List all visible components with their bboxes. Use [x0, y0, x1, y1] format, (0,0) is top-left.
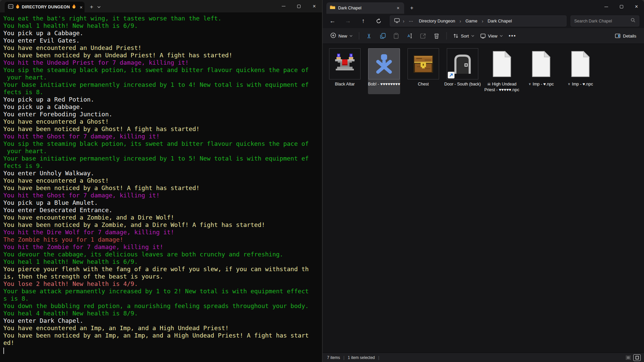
computer-icon: [394, 18, 400, 24]
tab-close-icon[interactable]: ×: [78, 4, 84, 10]
chevron-down-icon[interactable]: [97, 3, 101, 9]
terminal-line: You enter Dark Chapel.: [3, 317, 322, 324]
search-box: [571, 15, 639, 26]
chevron-down-icon: [500, 35, 503, 37]
file-item[interactable]: Black Altar: [329, 48, 361, 94]
terminal-line: You hit the Ghost for 7 damage, killing …: [3, 192, 322, 199]
list-view-toggle[interactable]: [625, 354, 632, 361]
terminal-line: You hit the Dire Wolf for 7 damage, kill…: [3, 229, 322, 236]
file-name-label: ☠ High Undead Priest - ♥♥♥♥♥.npc: [483, 81, 521, 94]
breadcrumb-segment[interactable]: Dark Chapel: [486, 18, 513, 24]
chest-thumbnail: [408, 48, 439, 79]
item-count: 7 items: [327, 355, 340, 360]
text-cursor: [3, 348, 4, 354]
details-button-label: Details: [623, 34, 636, 39]
terminal-output[interactable]: You eat the bat's right wing, it tastes …: [0, 12, 322, 354]
terminal-line: You heal 1 health! New health is 6/9.: [3, 258, 322, 265]
sort-button[interactable]: Sort: [450, 31, 477, 41]
file-name-label: Black Altar: [326, 81, 364, 88]
terminal-window: C:\ DIRECTORY DUNGEON × + × You eat the …: [0, 0, 322, 362]
chest-icon: [412, 54, 434, 74]
folder-icon: [330, 5, 335, 11]
large-icons-view-toggle[interactable]: [633, 354, 641, 361]
cut-button[interactable]: ✂: [363, 30, 376, 42]
delete-button[interactable]: [430, 30, 443, 42]
terminal-line: You hit the Zombie for 7 damage, killing…: [3, 243, 322, 251]
forward-button[interactable]: →: [340, 15, 356, 27]
close-button[interactable]: ×: [629, 0, 644, 13]
list-view-icon: [626, 356, 631, 360]
new-tab-button[interactable]: +: [88, 4, 95, 10]
explorer-navbar: ← → ↑ › ··· Directory Dungeon›Game›Dark …: [323, 14, 644, 28]
new-button-label: New: [338, 34, 347, 39]
flame-icon: [72, 4, 76, 10]
explorer-tab[interactable]: Dark Chapel ×: [326, 2, 404, 14]
statusbar-view-toggles: [625, 354, 641, 361]
file-item[interactable]: ♆ Imp - ♥.npc: [525, 48, 557, 94]
explorer-window-controls: ×: [599, 0, 644, 13]
shortcut-arrow-icon: [448, 72, 454, 78]
minimize-button[interactable]: [599, 0, 614, 13]
terminal-line: s is 8.: [3, 295, 322, 302]
ellipsis-icon: •••: [508, 33, 516, 39]
terminal-line: You heal 1 health! New health is 6/9.: [3, 22, 322, 29]
breadcrumb[interactable]: › ··· Directory Dungeon›Game›Dark Chapel: [390, 15, 567, 26]
up-button[interactable]: ↑: [356, 15, 371, 27]
terminal-line: You pierce your flesh with the fang of a…: [3, 265, 322, 273]
plus-circle-icon: [330, 33, 336, 39]
close-button[interactable]: ×: [307, 0, 322, 12]
tab-close-icon[interactable]: ×: [395, 5, 401, 11]
maximize-button[interactable]: [614, 0, 629, 13]
file-item[interactable]: ☠ High Undead Priest - ♥♥♥♥♥.npc: [486, 48, 518, 94]
magnifier-icon[interactable]: [631, 18, 636, 24]
svg-text:A: A: [407, 34, 410, 38]
rename-button[interactable]: A: [403, 30, 416, 42]
copy-button[interactable]: [376, 30, 389, 42]
more-options-button[interactable]: •••: [506, 30, 519, 42]
terminal-line: ed!: [3, 339, 322, 347]
terminal-line: You have encountered a Ghost!: [3, 118, 322, 125]
file-item[interactable]: Bob! - ♥♥♥♥♥♥♥♥: [368, 48, 400, 94]
selection-count: 1 item selected: [348, 355, 375, 360]
minimize-button[interactable]: [276, 0, 291, 12]
large-icons-view-icon: [635, 356, 639, 360]
maximize-button[interactable]: [291, 0, 307, 12]
file-icon: [491, 51, 513, 77]
details-button[interactable]: Details: [612, 31, 639, 41]
breadcrumb-segment[interactable]: Game: [464, 18, 479, 24]
maximize-icon: [297, 5, 301, 8]
person-thumbnail: [368, 48, 400, 79]
refresh-button[interactable]: [371, 15, 386, 27]
breadcrumb-ellipsis[interactable]: ···: [408, 18, 415, 24]
breadcrumb-segment[interactable]: Directory Dungeon: [418, 18, 457, 24]
share-button[interactable]: [416, 30, 430, 42]
terminal-line: Your base attack permanently increased b…: [3, 288, 322, 295]
door-icon: [452, 53, 473, 75]
explorer-toolbar: New ✂ A Sort View •••: [323, 28, 644, 44]
altar-thumbnail: [329, 48, 361, 79]
terminal-line: The Zombie hits you for 1 damage!: [3, 236, 322, 243]
close-icon: ×: [313, 4, 316, 9]
terminal-tab[interactable]: C:\ DIRECTORY DUNGEON ×: [5, 2, 85, 12]
file-item[interactable]: Chest: [407, 48, 439, 94]
file-item[interactable]: ♆ Imp - ♥.npc: [564, 48, 596, 94]
file-grid[interactable]: Black AltarBob! - ♥♥♥♥♥♥♥♥ChestDoor - So…: [323, 44, 644, 352]
terminal-line: You enter Desecrated Entrance.: [3, 206, 322, 214]
terminal-line: You have been noticed by a Zombie, and a…: [3, 221, 322, 229]
file-name-label: ♆ Imp - ♥.npc: [561, 81, 599, 88]
black-altar-icon: [334, 53, 356, 75]
new-button[interactable]: New: [327, 30, 356, 42]
search-input[interactable]: [574, 19, 631, 23]
door-thumbnail: [447, 48, 478, 79]
file-icon: [530, 51, 552, 77]
file-icon: [570, 51, 591, 77]
terminal-line: You enter Foreboding Junction.: [3, 111, 322, 118]
new-tab-button[interactable]: +: [408, 5, 415, 11]
file-item[interactable]: Door - South (back): [446, 48, 479, 94]
paste-button[interactable]: [389, 30, 403, 42]
terminal-line: You pick up a Blue Amulet.: [3, 199, 322, 206]
minimize-icon: [282, 6, 285, 6]
view-button[interactable]: View: [477, 31, 506, 41]
back-button[interactable]: ←: [325, 15, 340, 27]
chevron-down-icon: [350, 35, 353, 37]
